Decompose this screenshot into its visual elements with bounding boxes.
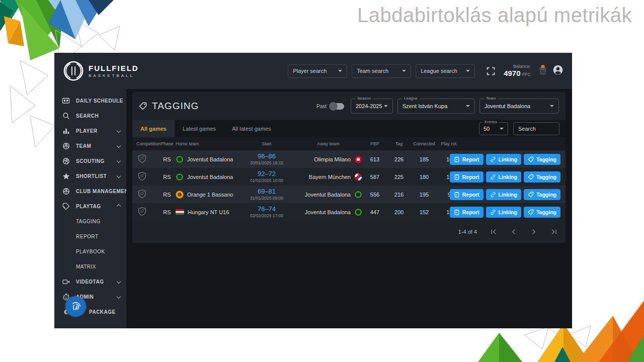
sidebar-item-daily-schedule[interactable]: DAILY SCHEDULE (54, 93, 126, 108)
team-search-dropdown[interactable]: Team search (352, 64, 411, 78)
score-link[interactable]: 76–74 (258, 205, 276, 213)
phase-value: RS (158, 209, 176, 215)
connected-value: 185 (411, 156, 438, 162)
tagging-button[interactable]: Tagging (524, 189, 560, 200)
start-datetime: 02/02/2025 17:00 (250, 213, 283, 219)
brand-name: FULLFIELD (89, 64, 139, 72)
tab-all-latest-games[interactable]: All latest games (224, 120, 279, 137)
away-team-logo (354, 155, 362, 163)
league-filter-dropdown[interactable]: League Szent István Kupa (397, 99, 475, 114)
score-link[interactable]: 96–86 (258, 152, 276, 160)
first-page-icon[interactable] (490, 228, 497, 235)
home-team-logo (176, 209, 184, 215)
past-toggle[interactable] (330, 103, 344, 110)
report-button[interactable]: Report (450, 207, 484, 218)
tab-all-games[interactable]: All games (132, 120, 175, 137)
next-page-icon[interactable] (530, 228, 537, 235)
tag-icon (528, 174, 534, 180)
basketball-logo-icon (63, 61, 84, 81)
fullscreen-icon[interactable] (487, 67, 495, 75)
search-input[interactable] (513, 122, 559, 135)
fingerprint-button[interactable] (66, 297, 86, 316)
past-toggle-group: Past (316, 103, 344, 110)
team-icon (62, 142, 70, 150)
table-row: RS Orange 1 Bassano 69–8131/01/2025 09:0… (132, 186, 566, 203)
sidebar-item-club-management[interactable]: CLUB MANAGEMENT (54, 184, 126, 199)
tag-value: 225 (387, 174, 411, 180)
connected-value: 180 (411, 174, 438, 180)
pagination: 1-4 of 4 (132, 221, 566, 243)
chevron-down-icon (384, 105, 388, 107)
away-team-name: Joventut Badalona (305, 209, 351, 215)
tag-value: 216 (387, 192, 411, 198)
link-icon (490, 192, 496, 198)
phase-value: RS (158, 156, 176, 162)
chevron-down-icon (117, 159, 121, 163)
tag-icon (528, 156, 534, 162)
away-team-logo (354, 173, 362, 181)
sidebar-item-videotag[interactable]: VIDEOTAG (54, 274, 126, 289)
home-team-logo (176, 173, 184, 181)
tab-latest-games[interactable]: Latest games (175, 120, 224, 137)
sidebar-item-package[interactable]: € PACKAGE (54, 304, 126, 319)
sidebar-subitem-report[interactable]: REPORT (54, 229, 126, 244)
league-filter-label: League (402, 96, 420, 101)
report-button[interactable]: Report (450, 189, 484, 200)
league-search-dropdown[interactable]: League search (416, 64, 475, 78)
sidebar-item-shortlist[interactable]: SHORTLIST (54, 168, 126, 184)
previous-page-icon[interactable] (510, 228, 517, 235)
past-label: Past (316, 104, 327, 109)
balance-currency: FFC (522, 72, 531, 77)
sidebar-subitem-matrix[interactable]: MATRIX (54, 259, 126, 274)
tag-icon (528, 192, 534, 198)
tagging-button[interactable]: Tagging (524, 154, 560, 165)
linking-button[interactable]: Linking (486, 189, 521, 200)
sidebar-subitem-playbook[interactable]: PLAYBOOK (54, 244, 126, 259)
chevron-down-icon (402, 70, 406, 72)
top-bar: FULLFIELD BASKETBALL Player search Team … (54, 53, 572, 89)
linking-button[interactable]: Linking (486, 171, 521, 183)
chevron-down-icon (117, 129, 121, 133)
player-search-dropdown[interactable]: Player search (288, 64, 347, 78)
home-team-logo (176, 155, 184, 163)
sidebar-subitem-tagging[interactable]: TAGGING (54, 214, 126, 229)
sidebar-item-scouting[interactable]: SCOUTING (54, 153, 126, 168)
report-button[interactable]: Report (450, 171, 484, 183)
report-icon (454, 209, 460, 215)
linking-button[interactable]: Linking (486, 207, 521, 218)
pbp-value: 447 (362, 209, 387, 215)
competition-shield-icon (137, 154, 147, 164)
player-search-label: Player search (293, 68, 327, 74)
slide-title: Labdabirtoklás alapú metrikák (357, 4, 632, 27)
sidebar-item-team[interactable]: TEAM (54, 138, 126, 153)
home-team-logo (176, 191, 184, 199)
table-row: RS Joventut Badalona 92–7201/02/2025 10:… (132, 168, 566, 186)
sidebar-item-search[interactable]: SEARCH (54, 108, 126, 123)
sidebar-item-playtag[interactable]: PLAYTAG (54, 199, 126, 214)
panel-title: TAGGING (139, 101, 199, 112)
team-filter-dropdown[interactable]: Team Joventut Badalona (479, 99, 559, 114)
report-button[interactable]: Report (450, 154, 484, 165)
entries-dropdown[interactable]: Entries 50 (479, 122, 508, 135)
chevron-down-icon (117, 144, 121, 148)
tagging-button[interactable]: Tagging (524, 207, 560, 218)
tagging-button[interactable]: Tagging (524, 171, 560, 183)
score-link[interactable]: 69–81 (258, 188, 276, 196)
team-filter-label: Team (484, 96, 498, 101)
link-icon (490, 209, 496, 215)
tagging-panel: TAGGING Past Season 2024-2025 (132, 92, 566, 243)
score-link[interactable]: 92–72 (258, 170, 276, 178)
account-icon[interactable] (553, 65, 563, 77)
search-icon (62, 112, 70, 120)
sidebar-item-player[interactable]: PLAYER (54, 123, 126, 138)
last-page-icon[interactable] (550, 228, 557, 235)
sidebar-item-admin[interactable]: ADMIN (54, 289, 126, 304)
fingerprint-icon (69, 300, 83, 313)
season-filter-dropdown[interactable]: Season 2024-2025 (351, 99, 393, 114)
scouting-icon (62, 157, 70, 165)
season-filter-value: 2024-2025 (356, 103, 382, 109)
team-search-label: Team search (357, 68, 388, 74)
table-header: Competition Phase Home team Start Away t… (132, 137, 566, 150)
linking-button[interactable]: Linking (486, 154, 521, 165)
link-icon (490, 174, 496, 180)
